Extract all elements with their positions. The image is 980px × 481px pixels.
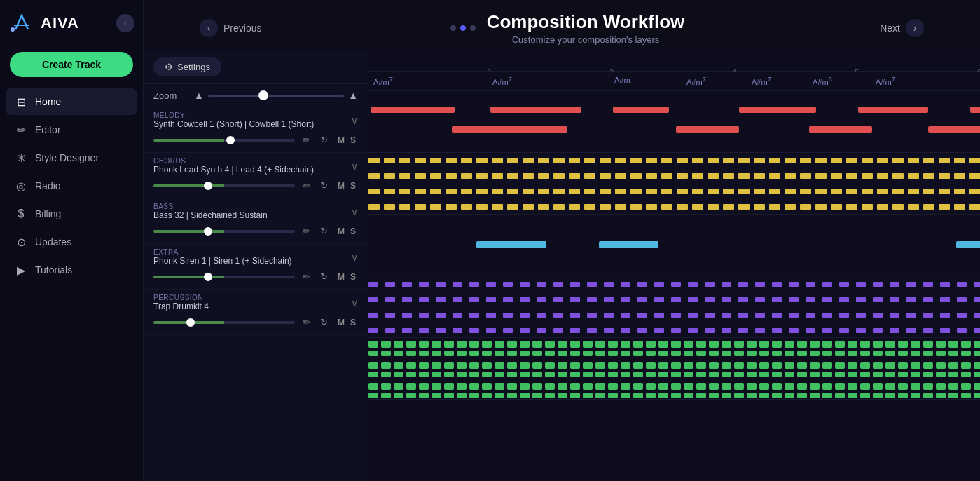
edit-bass-button[interactable]: ✏ xyxy=(301,224,312,238)
sidebar-item-radio-label: Radio xyxy=(35,180,61,191)
home-icon: ⊟ xyxy=(14,95,28,109)
nav-prev-button[interactable]: ‹ Previous xyxy=(200,19,261,37)
track-expand-extra[interactable]: ∨ xyxy=(351,252,358,263)
solo-melody-button[interactable]: S xyxy=(348,135,358,146)
melody-note xyxy=(739,107,816,113)
track-expand-chords[interactable]: ∨ xyxy=(351,161,358,172)
sidebar-item-home[interactable]: ⊟ Home xyxy=(6,88,137,115)
nav-next-button[interactable]: Next › xyxy=(880,19,924,37)
piano-track-bass[interactable] xyxy=(368,215,980,276)
piano-roll[interactable]: 2 3 4 5 6 A#m7 A#m7 A#m A#m7 A#m7 A#m6 A… xyxy=(368,50,980,481)
volume-slider-percussion[interactable] xyxy=(153,321,295,324)
track-header-bass: Bass Bass 32 | Sidechained Sustain ∨ xyxy=(144,198,368,222)
sidebar-nav: ⊟ Home ✏ Editor ✳ Style Designer ◎ Radio… xyxy=(0,88,143,283)
edit-extra-button[interactable]: ✏ xyxy=(301,270,312,283)
track-expand-bass[interactable]: ∨ xyxy=(351,206,358,217)
zoom-decrease-icon[interactable]: ▲ xyxy=(194,90,204,101)
percussion-svg xyxy=(368,338,980,400)
volume-slider-melody[interactable] xyxy=(153,139,295,142)
mute-chords-button[interactable]: M xyxy=(336,180,347,191)
track-volume-percussion xyxy=(153,321,295,324)
sidebar-item-tutorials-label: Tutorials xyxy=(35,264,72,276)
pagination-dots xyxy=(450,25,476,31)
settings-bar: ⚙ Settings xyxy=(144,50,368,84)
track-expand-percussion[interactable]: ∨ xyxy=(351,297,358,309)
settings-button[interactable]: ⚙ Settings xyxy=(153,57,221,76)
piano-track-extra[interactable] xyxy=(368,276,980,338)
editor-icon: ✏ xyxy=(14,123,28,137)
solo-extra-button[interactable]: S xyxy=(348,271,358,283)
style-designer-icon: ✳ xyxy=(14,151,28,165)
zoom-slider[interactable] xyxy=(208,95,344,97)
main-content: ‹ Previous Composition Workflow Customiz… xyxy=(144,0,980,481)
bass-note xyxy=(476,241,546,248)
sidebar-item-tutorials[interactable]: ▶ Tutorials xyxy=(6,257,137,283)
refresh-percussion-button[interactable]: ↻ xyxy=(318,316,330,329)
track-header-melody: Melody Synth Cowbell 1 (Short) | Cowbell… xyxy=(144,107,368,130)
refresh-extra-button[interactable]: ↻ xyxy=(318,270,330,283)
svg-rect-7 xyxy=(368,338,980,400)
left-panel: ⚙ Settings Zoom ▲ ▲ Melody Synth Cowbell… xyxy=(144,50,368,481)
bass-note xyxy=(956,241,980,248)
mute-percussion-button[interactable]: M xyxy=(336,317,347,328)
mute-melody-button[interactable]: M xyxy=(336,135,347,146)
edit-chords-button[interactable]: ✏ xyxy=(301,179,312,192)
edit-melody-button[interactable]: ✏ xyxy=(301,133,312,147)
track-row-bass: Bass Bass 32 | Sidechained Sustain ∨ ✏ ↻… xyxy=(144,198,368,244)
sidebar-item-updates[interactable]: ⊙ Updates xyxy=(6,229,137,255)
header-title-group: Composition Workflow Customize your comp… xyxy=(487,11,685,45)
track-header-chords: Chords Phonk Lead Synth 4 | Lead 4 (+ Si… xyxy=(144,153,368,176)
track-volume-chords xyxy=(153,184,295,187)
solo-bass-button[interactable]: S xyxy=(348,226,358,237)
track-header-percussion: Percussion Trap Drumkit 4 ∨ xyxy=(144,290,368,313)
piano-track-percussion[interactable] xyxy=(368,338,980,400)
melody-note xyxy=(452,126,567,133)
track-name-melody: Synth Cowbell 1 (Short) | Cowbell 1 (Sho… xyxy=(153,119,351,129)
sidebar-header: AIVA ‹ xyxy=(0,0,143,46)
mute-extra-button[interactable]: M xyxy=(336,271,347,283)
refresh-bass-button[interactable]: ↻ xyxy=(318,224,330,238)
sidebar-item-editor-label: Editor xyxy=(35,124,61,135)
edit-percussion-button[interactable]: ✏ xyxy=(301,316,312,329)
svg-point-0 xyxy=(11,27,15,32)
track-row-extra: Extra Phonk Siren 1 | Siren 1 (+ Sidecha… xyxy=(144,244,368,290)
svg-rect-2 xyxy=(368,153,980,215)
track-category-percussion: Percussion xyxy=(153,294,351,302)
zoom-increase-icon[interactable]: ▲ xyxy=(348,90,358,101)
melody-note xyxy=(809,126,872,133)
sidebar-item-style-designer[interactable]: ✳ Style Designer xyxy=(6,144,137,171)
mute-bass-button[interactable]: M xyxy=(336,226,347,237)
zoom-row: Zoom ▲ ▲ xyxy=(144,84,368,107)
track-header-extra: Extra Phonk Siren 1 | Siren 1 (+ Sidecha… xyxy=(144,244,368,267)
create-track-button[interactable]: Create Track xyxy=(10,52,133,77)
track-category-bass: Bass xyxy=(153,203,351,210)
logo-text: AIVA xyxy=(41,14,79,32)
volume-slider-extra[interactable] xyxy=(153,276,295,278)
piano-track-chords[interactable] xyxy=(368,153,980,215)
chord-6: A#m7 xyxy=(876,76,895,86)
sidebar-item-radio[interactable]: ◎ Radio xyxy=(6,172,137,199)
sidebar-item-editor[interactable]: ✏ Editor xyxy=(6,116,137,143)
timeline-inner: 2 3 4 5 6 xyxy=(368,68,980,71)
track-name-bass: Bass 32 | Sidechained Sustain xyxy=(153,210,351,220)
refresh-melody-button[interactable]: ↻ xyxy=(318,133,330,147)
chord-3: A#m7 xyxy=(686,76,706,86)
dot-3[interactable] xyxy=(470,25,476,31)
track-volume-extra xyxy=(153,276,295,278)
track-expand-melody[interactable]: ∨ xyxy=(351,115,358,126)
piano-track-melody[interactable] xyxy=(368,91,980,153)
volume-slider-bass[interactable] xyxy=(153,230,295,233)
solo-chords-button[interactable]: S xyxy=(348,180,358,191)
volume-slider-chords[interactable] xyxy=(153,184,295,187)
chord-strip: A#m7 A#m7 A#m A#m7 A#m7 A#m6 A#m7 xyxy=(368,72,980,91)
sidebar-item-billing[interactable]: $ Billing xyxy=(6,201,137,227)
collapse-sidebar-button[interactable]: ‹ xyxy=(116,14,134,32)
solo-percussion-button[interactable]: S xyxy=(348,317,358,328)
dot-1[interactable] xyxy=(450,25,456,31)
dot-2[interactable] xyxy=(460,25,466,31)
tutorials-icon: ▶ xyxy=(14,263,28,277)
refresh-chords-button[interactable]: ↻ xyxy=(318,179,330,192)
track-controls-melody: ✏ ↻ M S xyxy=(144,130,368,152)
tracks-canvas xyxy=(368,91,980,481)
track-row-percussion: Percussion Trap Drumkit 4 ∨ ✏ ↻ M S xyxy=(144,290,368,335)
